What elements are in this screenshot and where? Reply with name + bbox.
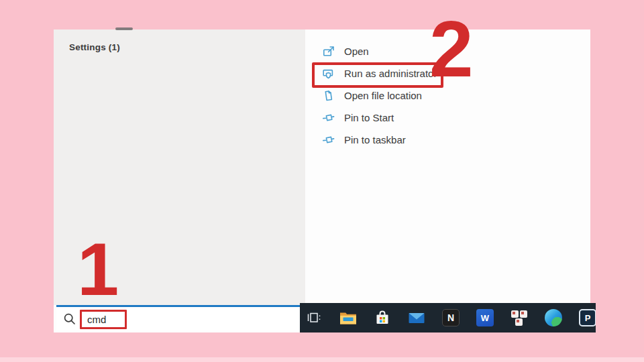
file-location-icon [322, 89, 335, 103]
menu-item-label: Open [344, 46, 369, 57]
p-app-letter: P [579, 309, 596, 326]
annotation-box-search-term: cmd [80, 310, 127, 329]
mail-icon[interactable] [408, 309, 425, 326]
search-results-panel: Settings (1) [54, 29, 305, 305]
menu-item-open[interactable]: Open [322, 40, 523, 62]
search-input-value: cmd [87, 314, 106, 325]
menu-item-label: Open file location [344, 90, 422, 101]
notion-icon[interactable]: N [442, 309, 460, 326]
p-app-icon[interactable]: P [579, 309, 596, 326]
microsoft-store-icon[interactable] [374, 309, 391, 326]
menu-item-open-file-location[interactable]: Open file location [322, 84, 523, 107]
menu-item-label: Pin to Start [344, 112, 394, 123]
menu-item-label: Pin to taskbar [344, 134, 406, 145]
start-search-flyout: Settings (1) Open Run as administrato [54, 29, 590, 333]
results-group-header: Settings (1) [69, 42, 120, 52]
cropped-content-remnant [115, 27, 133, 30]
taskbar: N W P [300, 303, 596, 333]
task-view-icon[interactable] [305, 309, 323, 326]
word-icon[interactable]: W [476, 309, 494, 326]
run-as-admin-shield-icon [322, 67, 335, 80]
word-letter: W [476, 309, 494, 326]
backdrop-bottom-strip [0, 357, 644, 362]
edge-icon[interactable] [545, 309, 562, 326]
app-tiles-icon[interactable] [511, 309, 528, 326]
taskbar-search-input[interactable]: cmd [56, 305, 300, 330]
menu-item-pin-to-taskbar[interactable]: Pin to taskbar [322, 129, 523, 151]
search-icon [63, 312, 76, 326]
file-explorer-icon[interactable] [339, 309, 357, 326]
menu-item-label: Run as administrator [344, 68, 437, 79]
menu-item-run-as-administrator[interactable]: Run as administrator [322, 62, 523, 84]
pin-icon [322, 111, 335, 125]
open-icon [322, 45, 335, 58]
menu-item-pin-to-start[interactable]: Pin to Start [322, 107, 523, 129]
notion-letter: N [442, 309, 460, 326]
context-menu: Open Run as administrator Open f [322, 40, 523, 151]
pin-icon [322, 133, 335, 147]
